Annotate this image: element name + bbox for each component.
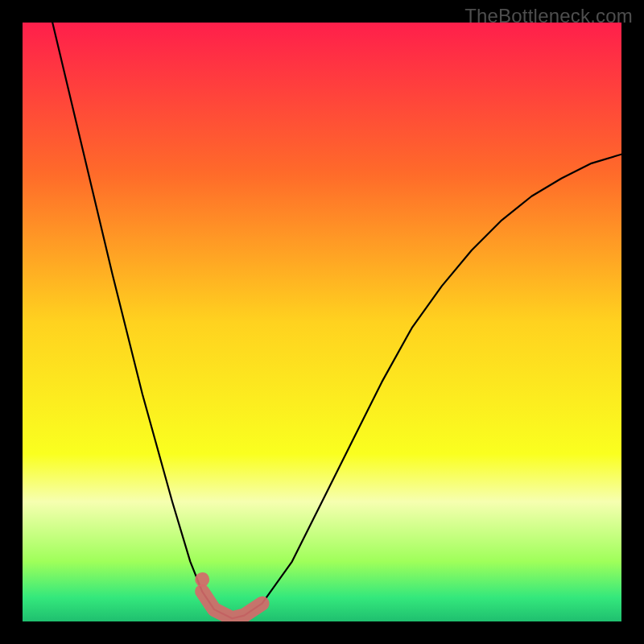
watermark-text: TheBottleneck.com — [464, 5, 633, 27]
chart-plot — [23, 23, 621, 621]
gradient-background — [23, 23, 621, 621]
chart-frame: TheBottleneck.com — [0, 0, 644, 644]
highlight-dot — [195, 572, 209, 587]
chart-svg — [23, 23, 621, 621]
